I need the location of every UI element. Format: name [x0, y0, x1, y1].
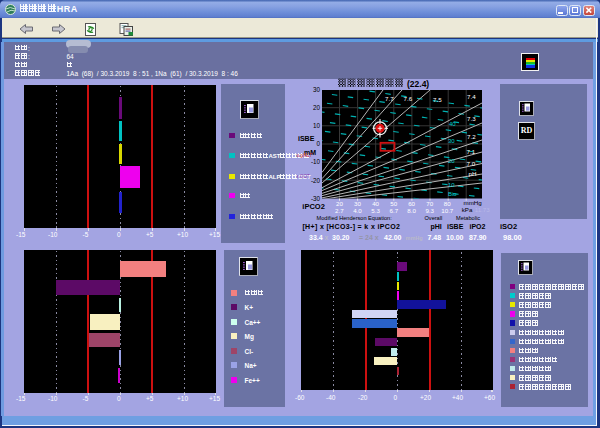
- svg-text:0: 0: [316, 140, 320, 147]
- svg-text:50: 50: [390, 200, 397, 207]
- svg-text:40: 40: [372, 200, 379, 207]
- svg-text:7.48: 7.48: [428, 234, 442, 241]
- svg-text:7.6: 7.6: [404, 95, 413, 102]
- svg-text:(22.4): (22.4): [407, 79, 429, 89]
- svg-text:30: 30: [354, 200, 361, 207]
- svg-text:20: 20: [336, 200, 343, 207]
- svg-text:pHI: pHI: [431, 223, 442, 231]
- svg-text:80: 80: [444, 200, 451, 207]
- svg-text:42.00: 42.00: [384, 234, 402, 241]
- svg-text:11.73: 11.73: [475, 206, 491, 213]
- svg-text:-20: -20: [311, 177, 321, 184]
- svg-text:60: 60: [408, 200, 415, 207]
- svg-text:iSBE: iSBE: [298, 135, 315, 142]
- svg-text:iSBE: iSBE: [447, 223, 464, 230]
- svg-text:9.3: 9.3: [425, 207, 434, 214]
- svg-text:kPa: kPa: [462, 206, 473, 213]
- svg-text:mmHg: mmHg: [406, 235, 423, 241]
- svg-text:= 24 x: = 24 x: [359, 234, 379, 241]
- svg-text:x: x: [325, 234, 329, 241]
- svg-text:30: 30: [448, 138, 455, 144]
- svg-text:[H+] x [HCO3-] = k x iPCO2: [H+] x [HCO3-] = k x iPCO2: [302, 223, 400, 231]
- svg-text:iPCO2: iPCO2: [302, 202, 325, 211]
- svg-text:87.90: 87.90: [469, 234, 487, 241]
- svg-text:10: 10: [313, 122, 321, 129]
- svg-text:u.g/ALT: u.g/ALT: [297, 153, 313, 158]
- svg-text:20: 20: [448, 158, 455, 164]
- svg-text:33.4: 33.4: [309, 234, 323, 241]
- svg-text:40: 40: [449, 121, 456, 127]
- svg-text:Overall: Overall: [425, 215, 443, 221]
- svg-text:30.20: 30.20: [332, 234, 350, 241]
- svg-text:-10: -10: [311, 158, 321, 165]
- svg-text:10.7: 10.7: [441, 207, 454, 214]
- svg-text:7.7: 7.7: [385, 95, 394, 102]
- svg-text:10: 10: [448, 182, 455, 188]
- svg-text:7.2: 7.2: [467, 133, 476, 140]
- svg-text:Bio: Bio: [448, 191, 457, 197]
- svg-text:Metabolic: Metabolic: [456, 215, 480, 221]
- svg-text:30: 30: [313, 86, 321, 93]
- svg-text:7.0: 7.0: [467, 160, 476, 167]
- svg-text:7.4: 7.4: [467, 93, 476, 100]
- svg-text:pH: pH: [469, 170, 477, 177]
- svg-text:s.GOT: s.GOT: [297, 174, 311, 179]
- svg-text:mmHg: mmHg: [464, 199, 483, 206]
- svg-text:2.7: 2.7: [335, 207, 344, 214]
- svg-text:7.5: 7.5: [433, 96, 442, 103]
- svg-text:7.3: 7.3: [467, 115, 476, 122]
- svg-text:7.1: 7.1: [467, 148, 476, 155]
- svg-text:iPO2: iPO2: [470, 223, 486, 230]
- svg-text:4.0: 4.0: [353, 207, 362, 214]
- svg-text:5.3: 5.3: [371, 207, 380, 214]
- svg-text:Modified Henderson Equation:: Modified Henderson Equation:: [317, 215, 393, 221]
- svg-text:6.7: 6.7: [389, 207, 398, 214]
- svg-text:-30: -30: [311, 195, 321, 202]
- svg-text:8.0: 8.0: [407, 207, 416, 214]
- svg-text:70: 70: [426, 200, 433, 207]
- svg-text:10.00: 10.00: [446, 234, 464, 241]
- svg-text:20: 20: [313, 104, 321, 111]
